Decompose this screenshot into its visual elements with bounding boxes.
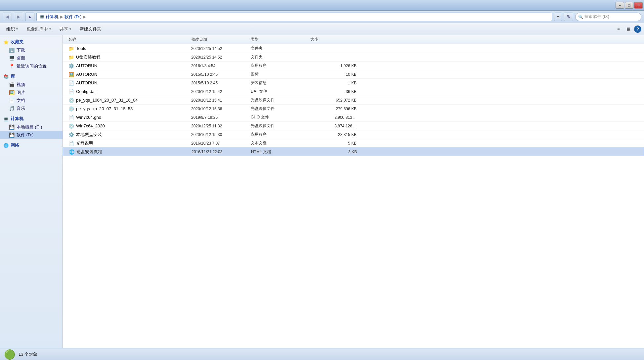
- file-type: 安装信息: [251, 80, 310, 86]
- table-row[interactable]: 🌐 硬盘安装教程 2016/11/21 22:03 HTML 文档 3 KB: [63, 148, 644, 156]
- file-size: 10 KB: [310, 72, 357, 77]
- file-size: 1 KB: [310, 81, 357, 85]
- refresh-button[interactable]: ↻: [564, 13, 573, 21]
- maximize-button[interactable]: □: [625, 2, 633, 9]
- file-icon: ⚙️: [68, 132, 74, 138]
- file-date: 2015/5/10 2:45: [191, 72, 251, 77]
- view-toggle-button[interactable]: ≡: [614, 25, 623, 33]
- file-date: 2020/12/25 14:52: [191, 46, 251, 51]
- back-button[interactable]: ◀: [3, 13, 12, 21]
- column-header-date[interactable]: 修改日期: [191, 37, 251, 42]
- sidebar-item-desktop[interactable]: 🖥️ 桌面: [0, 54, 63, 62]
- organize-button[interactable]: 组织 ▾: [3, 24, 21, 34]
- file-icon: 💿: [68, 106, 74, 112]
- sidebar-item-music[interactable]: 🎵 音乐: [0, 105, 63, 112]
- sidebar-computer-header[interactable]: 💻 计算机: [0, 114, 63, 123]
- address-dropdown[interactable]: ▼: [554, 13, 562, 21]
- table-row[interactable]: ⚙️ AUTORUN 2016/1/8 4:54 应用程序 1,926 KB: [63, 62, 644, 70]
- file-icon: 📄: [68, 114, 74, 120]
- file-date: 2020/12/25 14:52: [191, 55, 251, 60]
- table-row[interactable]: 📄 光盘说明 2016/10/23 7:07 文本文档 5 KB: [63, 139, 644, 148]
- breadcrumb-computer[interactable]: 💻 计算机: [39, 14, 59, 20]
- layout-button[interactable]: ▦: [624, 25, 633, 33]
- search-box[interactable]: 🔍 搜索 软件 (D:): [575, 13, 641, 21]
- file-name: 本地硬盘安装: [76, 132, 102, 138]
- desktop-icon: 🖥️: [9, 55, 15, 61]
- share-button[interactable]: 共享 ▾: [56, 24, 75, 34]
- breadcrumb-drive[interactable]: 软件 (D:): [64, 14, 81, 20]
- column-header-size[interactable]: 大小: [310, 37, 357, 42]
- sidebar: ⭐ 收藏夹 ⬇️ 下载 🖥️ 桌面 📍 最近访问的位置 📚 库: [0, 35, 63, 348]
- table-row[interactable]: 📁 Tools 2020/12/25 14:52 文件夹: [63, 44, 644, 53]
- file-size: 279,696 KB: [310, 107, 357, 111]
- file-type: 应用程序: [251, 63, 310, 68]
- sidebar-item-video[interactable]: 🎬 视频: [0, 81, 63, 89]
- table-row[interactable]: 📄 AUTORUN 2015/5/10 2:45 安装信息 1 KB: [63, 79, 644, 87]
- breadcrumb-bar: 💻 计算机 ▶ 软件 (D:) ▶: [36, 13, 552, 21]
- file-type: 光盘映像文件: [251, 123, 310, 129]
- file-icon: 📁: [68, 54, 74, 60]
- table-row[interactable]: 📄 Win7x64.gho 2019/9/7 19:25 GHO 文件 2,90…: [63, 113, 644, 122]
- file-type: 文本文档: [251, 140, 310, 146]
- table-row[interactable]: 📄 Config.dat 2020/10/12 15:42 DAT 文件 36 …: [63, 87, 644, 96]
- file-date: 2020/10/12 15:36: [191, 107, 251, 111]
- status-count: 13 个对象: [19, 351, 37, 357]
- favorites-icon: ⭐: [3, 40, 9, 45]
- file-size: 3,874,126 ...: [310, 124, 357, 128]
- d-drive-icon: 💾: [9, 132, 15, 138]
- table-row[interactable]: 💿 pe_yqs_1064_20_07_31_16_04 2020/10/12 …: [63, 96, 644, 105]
- sidebar-item-documents[interactable]: 📄 文档: [0, 97, 63, 105]
- search-icon: 🔍: [578, 15, 583, 19]
- sidebar-item-d-drive[interactable]: 💾 软件 (D:): [0, 131, 63, 139]
- help-button[interactable]: ?: [634, 25, 641, 33]
- file-date: 2019/9/7 19:25: [191, 115, 251, 120]
- file-size: 5 KB: [310, 141, 357, 146]
- table-row[interactable]: 🖼️ AUTORUN 2015/5/10 2:45 图标 10 KB: [63, 70, 644, 79]
- close-button[interactable]: ✕: [634, 2, 643, 9]
- file-date: 2020/12/25 11:32: [191, 124, 251, 128]
- titlebar-buttons: − □ ✕: [616, 2, 643, 9]
- file-type: HTML 文档: [251, 149, 311, 155]
- sidebar-item-recent[interactable]: 📍 最近访问的位置: [0, 62, 63, 70]
- recent-icon: 📍: [9, 63, 15, 69]
- organize-label: 组织: [6, 26, 15, 32]
- table-row[interactable]: ⚙️ 本地硬盘安装 2020/10/12 15:30 应用程序 28,315 K…: [63, 130, 644, 139]
- toolbar: 组织 ▾ 包含到库中 ▾ 共享 ▾ 新建文件夹 ≡ ▦ ?: [0, 23, 644, 35]
- file-size: 36 KB: [310, 89, 357, 94]
- sidebar-favorites-header[interactable]: ⭐ 收藏夹: [0, 38, 63, 46]
- up-button[interactable]: ▲: [25, 13, 34, 21]
- table-row[interactable]: 💿 Win7x64_2020 2020/12/25 11:32 光盘映像文件 3…: [63, 122, 644, 130]
- file-type: GHO 文件: [251, 114, 310, 120]
- search-placeholder: 搜索 软件 (D:): [584, 14, 609, 20]
- file-date: 2016/10/23 7:07: [191, 141, 251, 146]
- file-size: 3 KB: [311, 150, 357, 154]
- sidebar-item-c-drive[interactable]: 💾 本地磁盘 (C:): [0, 123, 63, 131]
- new-folder-label: 新建文件夹: [80, 26, 101, 32]
- addressbar: ◀ ▶ ▲ 💻 计算机 ▶ 软件 (D:) ▶ ▼ ↻ 🔍 搜索 软件 (D:): [0, 11, 644, 23]
- column-header-name[interactable]: 名称: [65, 37, 191, 42]
- file-icon: 📄: [68, 89, 74, 95]
- column-header-type[interactable]: 类型: [251, 37, 310, 42]
- computer-icon: 💻: [39, 14, 45, 19]
- file-name: AUTORUN: [76, 72, 97, 77]
- sidebar-network-header[interactable]: 🌐 网络: [0, 141, 63, 150]
- table-row[interactable]: 💿 pe_yqs_xp_20_07_31_15_53 2020/10/12 15…: [63, 105, 644, 113]
- file-type: 图标: [251, 71, 310, 77]
- music-icon: 🎵: [9, 106, 15, 112]
- include-library-button[interactable]: 包含到库中 ▾: [23, 24, 55, 34]
- breadcrumb-sep-1: ▶: [60, 14, 63, 19]
- sidebar-item-pictures[interactable]: 🖼️ 图片: [0, 89, 63, 97]
- file-size: 1,926 KB: [310, 64, 357, 68]
- sidebar-item-download[interactable]: ⬇️ 下载: [0, 46, 63, 54]
- file-date: 2020/10/12 15:30: [191, 132, 251, 137]
- file-icon: 🖼️: [68, 71, 74, 77]
- titlebar: − □ ✕: [0, 0, 644, 11]
- new-folder-button[interactable]: 新建文件夹: [76, 24, 105, 34]
- file-type: 应用程序: [251, 132, 310, 137]
- minimize-button[interactable]: −: [616, 2, 624, 9]
- breadcrumb-sep-2: ▶: [83, 14, 86, 19]
- sidebar-library-header[interactable]: 📚 库: [0, 72, 63, 81]
- table-row[interactable]: 📁 U盘安装教程 2020/12/25 14:52 文件夹: [63, 53, 644, 62]
- forward-button[interactable]: ▶: [14, 13, 23, 21]
- file-date: 2016/1/8 4:54: [191, 64, 251, 68]
